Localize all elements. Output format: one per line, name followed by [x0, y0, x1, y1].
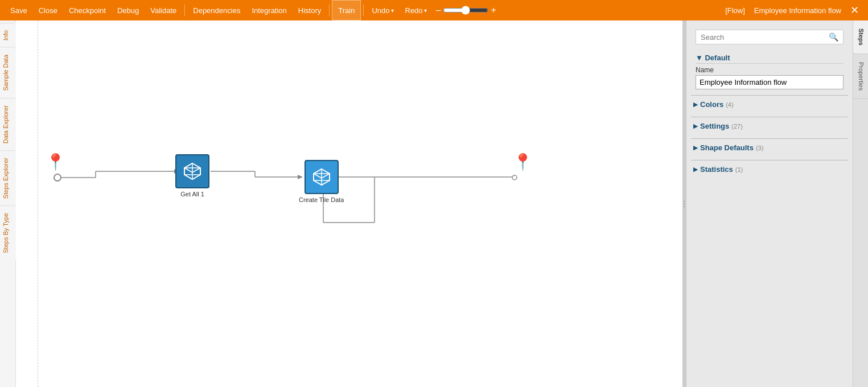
get-all-1-label: Get All 1: [180, 191, 204, 197]
end-pin-marker: 📍: [513, 153, 533, 171]
close-button[interactable]: Close: [33, 0, 63, 20]
name-label: Name: [696, 66, 844, 74]
sidebar-item-info[interactable]: Info: [0, 23, 16, 47]
sidebar-item-sample-data[interactable]: Sample Data: [0, 47, 16, 98]
flow-tag: [Flow]: [721, 6, 750, 15]
get-all-1-box[interactable]: [175, 154, 209, 188]
connector-lines: [16, 20, 682, 387]
history-button[interactable]: History: [293, 0, 327, 20]
canvas-left-border: [38, 20, 38, 387]
settings-header[interactable]: ▶ Settings (27): [691, 117, 848, 135]
tab-steps[interactable]: Steps: [853, 20, 868, 54]
default-section: ▼ Default Name: [691, 50, 848, 92]
checkpoint-button[interactable]: Checkpoint: [63, 0, 112, 20]
get-all-1-node[interactable]: Get All 1: [175, 154, 209, 197]
svg-point-13: [512, 175, 517, 180]
colors-header[interactable]: ▶ Colors (4): [691, 96, 848, 113]
debug-button[interactable]: Debug: [112, 0, 145, 20]
canvas-area[interactable]: 📍 Get All 1: [16, 20, 682, 387]
left-sidebar: Info Sample Data Data Explorer Steps Exp…: [0, 20, 16, 387]
properties-panel: 🔍 ▼ Default Name ▶ Colors (4): [686, 20, 853, 387]
train-button[interactable]: Train: [332, 0, 361, 20]
statistics-header[interactable]: ▶ Statistics (1): [691, 160, 848, 178]
search-icon: 🔍: [829, 32, 838, 42]
toolbar-separator-3: [363, 5, 364, 16]
name-input[interactable]: [696, 75, 844, 89]
create-tile-data-icon: [311, 167, 332, 187]
toolbar-separator-1: [184, 5, 185, 16]
create-tile-data-label: Create Tile Data: [299, 196, 344, 203]
colors-section: ▶ Colors (4): [691, 95, 848, 113]
main-area: Info Sample Data Data Explorer Steps Exp…: [0, 20, 868, 387]
search-input[interactable]: [701, 33, 829, 42]
create-tile-data-node[interactable]: Create Tile Data: [299, 160, 344, 203]
get-all-1-icon: [182, 161, 203, 182]
zoom-slider[interactable]: [443, 6, 488, 15]
toolbar-separator-2: [329, 5, 330, 16]
sidebar-item-steps-by-type[interactable]: Steps By Type: [0, 205, 16, 260]
zoom-minus[interactable]: –: [436, 5, 441, 15]
statistics-section: ▶ Statistics (1): [691, 160, 848, 178]
undo-group: Undo ▾ Redo ▾: [366, 0, 432, 20]
shape-defaults-section: ▶ Shape Defaults (3): [691, 138, 848, 157]
start-pin-marker: 📍: [46, 153, 65, 171]
undo-button[interactable]: Undo ▾: [366, 0, 399, 20]
toolbar: Save Close Checkpoint Debug Validate Dep…: [0, 0, 868, 20]
settings-section: ▶ Settings (27): [691, 117, 848, 135]
save-button[interactable]: Save: [5, 0, 33, 20]
tab-properties[interactable]: Properties: [853, 54, 868, 99]
right-area: 🔍 ▼ Default Name ▶ Colors (4): [686, 20, 868, 387]
search-box[interactable]: 🔍: [696, 30, 844, 44]
dependencies-button[interactable]: Dependencies: [187, 0, 246, 20]
create-tile-data-box[interactable]: [305, 160, 339, 194]
shape-defaults-header[interactable]: ▶ Shape Defaults (3): [691, 139, 848, 157]
toolbar-close-button[interactable]: ✕: [846, 5, 863, 15]
flow-name-title: Employee Information flow: [750, 6, 846, 15]
default-section-header: ▼ Default: [696, 52, 844, 64]
zoom-control: – +: [436, 5, 496, 15]
integration-button[interactable]: Integration: [246, 0, 292, 20]
properties-content: 🔍 ▼ Default Name ▶ Colors (4): [686, 20, 853, 387]
start-node: [54, 174, 61, 182]
zoom-plus[interactable]: +: [491, 5, 496, 15]
sidebar-item-data-explorer[interactable]: Data Explorer: [0, 98, 16, 150]
right-sidebar-tabs: Steps Properties: [853, 20, 868, 387]
sidebar-item-steps-explorer[interactable]: Steps Explorer: [0, 150, 16, 205]
validate-button[interactable]: Validate: [145, 0, 182, 20]
redo-button[interactable]: Redo ▾: [400, 0, 433, 20]
